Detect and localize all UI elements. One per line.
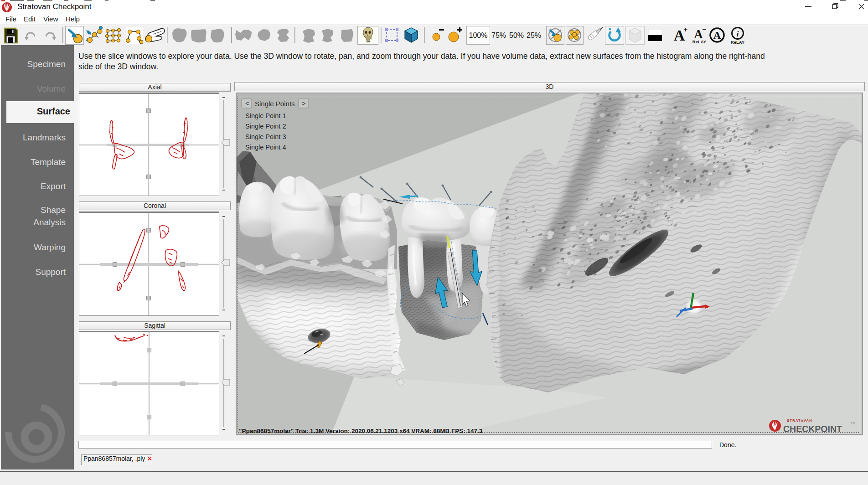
svg-text:ReLAY: ReLAY <box>731 40 745 45</box>
svg-text:CHECKPOINT: CHECKPOINT <box>783 424 842 434</box>
svg-text:<: < <box>245 100 249 107</box>
svg-text:Single Point 3: Single Point 3 <box>245 133 286 140</box>
svg-text:"Ppan86857molar" Tris: 1.3M Ve: "Ppan86857molar" Tris: 1.3M Version: 202… <box>239 428 483 434</box>
svg-text:75%: 75% <box>491 31 506 39</box>
svg-text:50%: 50% <box>509 31 524 39</box>
svg-text:i: i <box>737 30 739 38</box>
svg-text:Single Point 2: Single Point 2 <box>245 123 286 130</box>
svg-text:+: + <box>684 26 688 33</box>
svg-text:A: A <box>713 30 721 41</box>
svg-text:>: > <box>302 100 305 107</box>
svg-text:−: − <box>703 26 707 33</box>
svg-text:Single Point 1: Single Point 1 <box>245 112 286 119</box>
svg-text:STRATȯVAN: STRATȯVAN <box>787 418 812 423</box>
svg-text:ReLAY: ReLAY <box>692 39 707 44</box>
svg-text:Single Points: Single Points <box>255 100 295 108</box>
svg-text:100%: 100% <box>469 31 488 39</box>
svg-text:25%: 25% <box>527 31 541 39</box>
svg-text:TM: TM <box>851 422 855 425</box>
svg-text:Single Point 4: Single Point 4 <box>245 144 286 151</box>
